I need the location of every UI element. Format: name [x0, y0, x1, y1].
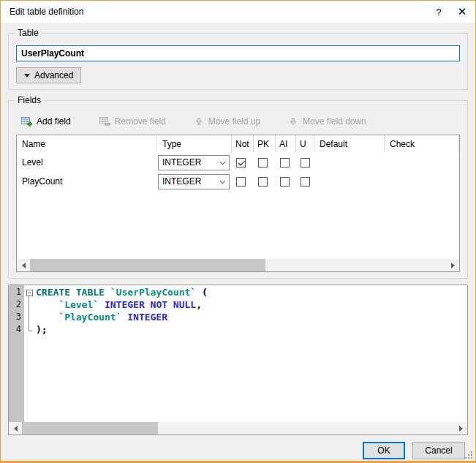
remove-field-button: Remove field	[94, 114, 170, 129]
remove-field-icon	[99, 116, 110, 127]
add-field-icon	[20, 116, 32, 127]
field-row[interactable]: Level INTEGER	[17, 153, 459, 172]
autoincrement-checkbox[interactable]	[280, 158, 290, 167]
sql-lines: 1 CREATE TABLE `UserPlayCount` ( 2 `Leve…	[9, 285, 467, 336]
resize-grip[interactable]	[465, 451, 473, 459]
column-header-type: Type	[157, 135, 232, 153]
type-combobox[interactable]: INTEGER	[158, 155, 230, 170]
primary-key-checkbox[interactable]	[258, 177, 268, 187]
cancel-button[interactable]: Cancel	[412, 442, 465, 459]
scrollbar-thumb[interactable]	[30, 259, 265, 271]
sql-preview-editor[interactable]: 1 CREATE TABLE `UserPlayCount` ( 2 `Leve…	[8, 285, 468, 435]
unique-checkbox[interactable]	[301, 177, 310, 187]
move-field-down-label: Move field down	[303, 116, 366, 127]
fold-marker[interactable]	[24, 299, 34, 312]
move-field-up-label: Move field up	[208, 116, 260, 127]
not-null-checkbox[interactable]	[236, 158, 246, 167]
edit-table-definition-dialog: Edit table definition ? ✕ Table Advanced…	[0, 0, 476, 463]
scroll-right-arrow[interactable]	[455, 422, 467, 434]
autoincrement-checkbox[interactable]	[280, 177, 290, 187]
check-constraint-cell[interactable]	[385, 172, 459, 191]
scrollbar-thumb[interactable]	[22, 422, 158, 434]
dialog-footer: OK Cancel	[1, 442, 475, 459]
sql-line: 1 CREATE TABLE `UserPlayCount` (	[9, 287, 467, 299]
add-field-button[interactable]: Add field	[16, 114, 75, 129]
move-field-up-button: Move field up	[189, 115, 265, 128]
type-combobox[interactable]: INTEGER	[158, 174, 230, 189]
sql-line: 4 );	[9, 324, 467, 336]
type-combobox-value: INTEGER	[162, 176, 201, 187]
fold-marker[interactable]	[24, 312, 34, 324]
sql-code-text: `Level` INTEGER NOT NULL,	[34, 299, 202, 312]
add-field-label: Add field	[37, 116, 71, 127]
default-value-cell[interactable]	[314, 172, 385, 191]
fold-collapse-icon[interactable]	[26, 290, 33, 296]
check-constraint-cell[interactable]	[385, 153, 459, 172]
column-header-ai: AI	[276, 135, 296, 153]
arrow-up-icon	[194, 116, 204, 127]
fields-toolbar: Add field Remove field Move field up	[16, 113, 460, 130]
line-number: 2	[9, 299, 24, 312]
fold-marker[interactable]	[24, 287, 34, 299]
table-name-input[interactable]	[16, 45, 460, 61]
move-field-down-button: Move field down	[284, 115, 371, 128]
sql-line: 3 `PlayCount` INTEGER	[9, 312, 467, 324]
line-number: 4	[9, 324, 24, 336]
chevron-down-icon	[24, 74, 30, 78]
table-group: Table Advanced	[8, 33, 468, 90]
table-group-label: Table	[15, 28, 42, 38]
scroll-left-arrow[interactable]	[9, 422, 21, 434]
scroll-right-arrow[interactable]	[447, 259, 459, 271]
field-type-cell: INTEGER	[157, 153, 232, 172]
column-header-u: U	[296, 135, 314, 153]
sql-code-text: );	[34, 324, 48, 336]
fields-horizontal-scrollbar[interactable]	[17, 259, 459, 271]
line-number: 1	[9, 287, 24, 299]
close-button[interactable]: ✕	[450, 1, 474, 23]
remove-field-label: Remove field	[115, 116, 166, 127]
sql-code-text: CREATE TABLE `UserPlayCount` (	[34, 287, 208, 299]
column-header-default: Default	[314, 135, 385, 153]
fields-table-header: Name Type Not PK AI U Default Check	[17, 135, 459, 153]
column-header-not: Not	[232, 135, 254, 153]
not-null-checkbox[interactable]	[236, 177, 246, 187]
chevron-down-icon	[219, 159, 225, 165]
window-title: Edit table definition	[1, 7, 427, 17]
column-header-pk: PK	[254, 135, 276, 153]
field-row[interactable]: PlayCount INTEGER	[17, 172, 459, 191]
triangle-left-icon	[19, 263, 26, 268]
field-name-cell[interactable]: PlayCount	[17, 172, 157, 191]
column-header-check: Check	[385, 135, 459, 153]
fields-table-body: Level INTEGER PlayCount INTEGER	[17, 153, 459, 259]
chevron-down-icon	[219, 178, 225, 184]
fields-group: Fields Add field Remove field	[8, 100, 468, 279]
titlebar[interactable]: Edit table definition ? ✕	[1, 1, 475, 23]
default-value-cell[interactable]	[314, 153, 385, 172]
line-number: 3	[9, 312, 24, 324]
fold-marker[interactable]	[24, 324, 34, 336]
triangle-left-icon	[11, 426, 18, 432]
primary-key-checkbox[interactable]	[258, 158, 268, 167]
field-name-cell[interactable]: Level	[17, 153, 157, 172]
sql-code-text: `PlayCount` INTEGER	[34, 312, 167, 324]
unique-checkbox[interactable]	[301, 158, 310, 167]
fields-group-label: Fields	[15, 95, 44, 105]
fields-table: Name Type Not PK AI U Default Check Leve…	[16, 135, 460, 272]
sql-line: 2 `Level` INTEGER NOT NULL,	[9, 299, 467, 312]
column-header-name: Name	[17, 135, 157, 153]
type-combobox-value: INTEGER	[162, 157, 201, 167]
triangle-right-icon	[459, 426, 466, 432]
scroll-left-arrow[interactable]	[17, 259, 29, 271]
sql-horizontal-scrollbar[interactable]	[9, 422, 467, 434]
advanced-button[interactable]: Advanced	[16, 67, 81, 83]
field-type-cell: INTEGER	[157, 172, 232, 191]
help-button[interactable]: ?	[427, 1, 450, 23]
arrow-down-icon	[288, 116, 298, 127]
triangle-right-icon	[451, 263, 458, 268]
ok-button[interactable]: OK	[363, 442, 405, 459]
advanced-button-label: Advanced	[34, 70, 73, 80]
